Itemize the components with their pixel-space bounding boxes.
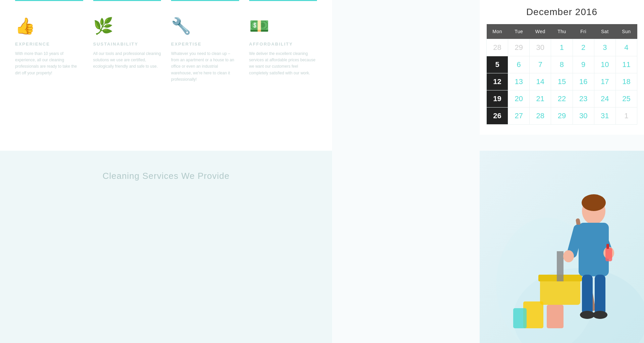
calendar-day[interactable]: 10: [594, 56, 615, 73]
calendar-day[interactable]: 4: [615, 39, 637, 56]
experience-icon: 👍: [15, 17, 83, 36]
calendar-day[interactable]: 19: [487, 90, 508, 108]
affordability-icon: 💵: [249, 17, 317, 36]
calendar-day[interactable]: 9: [573, 56, 594, 73]
feature-item-expertise: 🔧 EXPERTISE Whatever you need to clean u…: [166, 10, 244, 83]
svg-rect-17: [605, 248, 612, 261]
calendar-header-sat: Sat: [594, 24, 615, 39]
features-row: 👍 EXPERIENCE With more than 10 years of …: [0, 0, 332, 89]
calendar-day[interactable]: 1: [551, 39, 573, 56]
feature-item-experience: 👍 EXPERIENCE With more than 10 years of …: [10, 10, 88, 83]
calendar-header-mon: Mon: [487, 24, 508, 39]
calendar-day[interactable]: 29: [551, 108, 573, 125]
cleaner-illustration: [480, 151, 644, 343]
calendar-title: December 2016: [486, 7, 637, 17]
calendar-day[interactable]: 21: [530, 90, 551, 108]
calendar-header-row: MonTueWedThuFriSatSun: [487, 24, 637, 39]
experience-desc: With more than 10 years of experience, a…: [15, 51, 83, 76]
calendar-day[interactable]: 7: [530, 56, 551, 73]
expertise-icon: 🔧: [171, 17, 239, 36]
calendar-day[interactable]: 14: [530, 73, 551, 90]
calendar-header-thu: Thu: [551, 24, 573, 39]
calendar-body[interactable]: 2829301234567891011121314151617181920212…: [487, 39, 637, 125]
calendar-day[interactable]: 2: [573, 39, 594, 56]
sustainability-title: SUSTAINABILITY: [93, 42, 161, 47]
services-section: Cleaning Services We Provide: [0, 151, 332, 343]
calendar-day[interactable]: 11: [615, 56, 637, 73]
calendar-header-sun: Sun: [615, 24, 637, 39]
calendar-day[interactable]: 20: [508, 90, 530, 108]
svg-rect-2: [540, 278, 580, 305]
affordability-desc: We deliver the excellent cleaning servic…: [249, 51, 317, 76]
affordability-title: AFFORDABILITY: [249, 42, 317, 47]
calendar-day[interactable]: 13: [508, 73, 530, 90]
left-content: 👍 EXPERIENCE With more than 10 years of …: [0, 0, 332, 167]
feature-item-sustainability: 🌿 SUSTAINABILITY All our tools and profe…: [88, 10, 166, 83]
expertise-desc: Whatever you need to clean up – from an …: [171, 51, 239, 83]
calendar-day[interactable]: 16: [573, 73, 594, 90]
svg-point-16: [593, 311, 607, 319]
svg-point-15: [580, 311, 595, 319]
calendar-day[interactable]: 29: [508, 39, 530, 56]
calendar-day[interactable]: 5: [487, 56, 508, 73]
calendar-header-fri: Fri: [573, 24, 594, 39]
calendar-day[interactable]: 31: [594, 108, 615, 125]
calendar-day[interactable]: 6: [508, 56, 530, 73]
sustainability-icon: 🌿: [93, 17, 161, 36]
feature-item-affordability: 💵 AFFORDABILITY We deliver the excellent…: [244, 10, 322, 83]
calendar-day[interactable]: 26: [487, 108, 508, 125]
svg-rect-13: [582, 275, 593, 315]
calendar-day[interactable]: 18: [615, 73, 637, 90]
calendar-day[interactable]: 12: [487, 73, 508, 90]
calendar-day[interactable]: 23: [573, 90, 594, 108]
calendar-week-4: 19202122232425: [487, 90, 637, 108]
expertise-title: EXPERTISE: [171, 42, 239, 47]
svg-rect-21: [547, 305, 564, 328]
calendar-header-tue: Tue: [508, 24, 530, 39]
svg-rect-20: [513, 308, 527, 328]
calendar-day[interactable]: 3: [594, 39, 615, 56]
calendar-day[interactable]: 8: [551, 56, 573, 73]
calendar-day[interactable]: 30: [530, 39, 551, 56]
calendar-section: December 2016 MonTueWedThuFriSatSun 2829…: [480, 0, 644, 135]
calendar-week-1: 2829301234: [487, 39, 637, 56]
calendar-header-wed: Wed: [530, 24, 551, 39]
calendar-day[interactable]: 1: [615, 108, 637, 125]
services-title: Cleaning Services We Provide: [10, 171, 322, 181]
calendar-week-3: 12131415161718: [487, 73, 637, 90]
calendar-day[interactable]: 30: [573, 108, 594, 125]
svg-rect-14: [595, 275, 605, 315]
svg-rect-18: [606, 244, 609, 249]
svg-rect-4: [557, 251, 564, 281]
svg-point-11: [563, 250, 574, 262]
calendar-day[interactable]: 28: [487, 39, 508, 56]
svg-point-7: [582, 194, 606, 211]
calendar-day[interactable]: 22: [551, 90, 573, 108]
calendar-week-2: 567891011: [487, 56, 637, 73]
calendar-week-5: 2627282930311: [487, 108, 637, 125]
calendar-day[interactable]: 28: [530, 108, 551, 125]
image-section: [480, 151, 644, 343]
sustainability-desc: All our tools and professional cleaning …: [93, 51, 161, 70]
calendar-day[interactable]: 27: [508, 108, 530, 125]
calendar-day[interactable]: 25: [615, 90, 637, 108]
calendar-grid: MonTueWedThuFriSatSun 282930123456789101…: [486, 24, 637, 125]
calendar-day[interactable]: 24: [594, 90, 615, 108]
calendar-day[interactable]: 15: [551, 73, 573, 90]
experience-title: EXPERIENCE: [15, 42, 83, 47]
calendar-day[interactable]: 17: [594, 73, 615, 90]
